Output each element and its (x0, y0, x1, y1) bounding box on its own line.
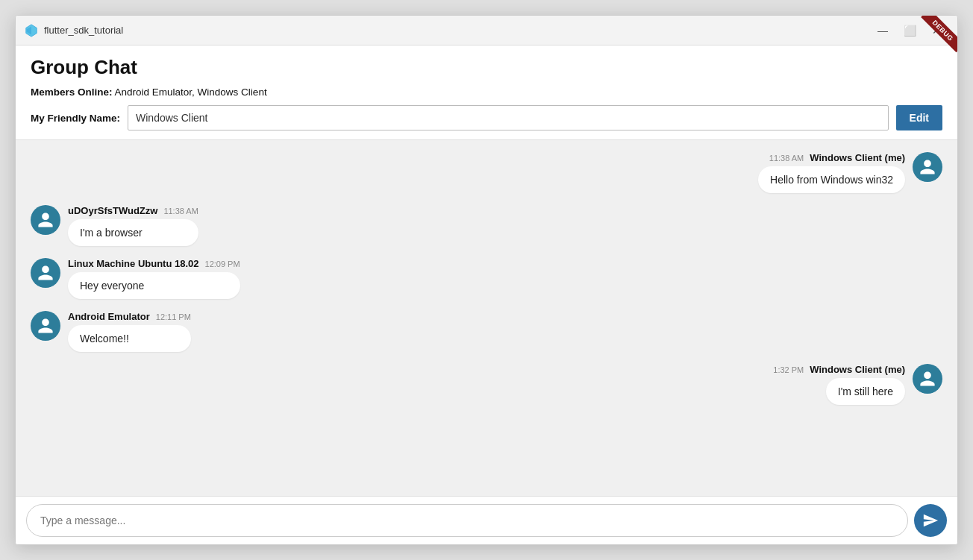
message-content: Windows Client (me)1:32 PMI'm still here (773, 364, 905, 405)
header: Group Chat Members Online: Android Emula… (16, 45, 957, 140)
message-row: Linux Machine Ubuntu 18.0212:09 PMHey ev… (31, 258, 942, 299)
message-bubble: Welcome!! (68, 325, 191, 352)
message-bubble: I'm still here (826, 378, 905, 405)
message-time: 11:38 AM (163, 207, 198, 215)
avatar (31, 205, 60, 235)
message-content: Windows Client (me)11:38 AMHello from Wi… (758, 152, 905, 193)
message-time: 11:38 AM (769, 154, 804, 163)
avatar (31, 258, 60, 288)
send-icon (922, 512, 939, 529)
message-time: 12:11 PM (156, 312, 191, 321)
avatar (913, 364, 942, 394)
message-time: 1:32 PM (773, 365, 804, 374)
message-row: Windows Client (me)1:32 PMI'm still here (31, 364, 942, 405)
message-bubble: Hey everyone (68, 272, 240, 299)
name-label: My Friendly Name: (31, 113, 120, 124)
message-bubble: Hello from Windows win32 (758, 166, 905, 193)
maximize-button[interactable]: ⬜ (898, 20, 922, 41)
edit-button[interactable]: Edit (896, 105, 942, 130)
sender-name: uDOyrSfsTWudZzw (68, 205, 157, 216)
chat-area: Windows Client (me)11:38 AMHello from Wi… (16, 140, 957, 496)
person-icon (37, 211, 54, 229)
send-button[interactable] (914, 504, 947, 537)
avatar (913, 152, 942, 182)
sender-name: Android Emulator (68, 311, 150, 322)
person-icon (919, 370, 936, 388)
title-bar: flutter_sdk_tutorial — ⬜ ✕ (16, 16, 957, 45)
message-content: Linux Machine Ubuntu 18.0212:09 PMHey ev… (68, 258, 240, 299)
members-list: Android Emulator, Windows Client (115, 86, 267, 98)
person-icon (37, 264, 54, 282)
window-title: flutter_sdk_tutorial (44, 25, 871, 36)
app-icon (25, 24, 38, 37)
message-meta: Windows Client (me)11:38 AM (769, 152, 905, 163)
message-bubble: I'm a browser (68, 219, 198, 246)
page-title: Group Chat (31, 56, 942, 79)
input-bar (16, 496, 957, 544)
members-line: Members Online: Android Emulator, Window… (31, 86, 942, 98)
message-time: 12:09 PM (205, 259, 240, 268)
person-icon (919, 158, 936, 176)
minimize-button[interactable]: — (871, 20, 895, 41)
sender-name: Linux Machine Ubuntu 18.02 (68, 258, 199, 269)
members-label: Members Online: (31, 86, 113, 98)
message-meta: Linux Machine Ubuntu 18.0212:09 PM (68, 258, 240, 269)
sender-name: Windows Client (me) (810, 364, 905, 375)
name-row: My Friendly Name: Edit (31, 105, 942, 130)
message-row: Windows Client (me)11:38 AMHello from Wi… (31, 152, 942, 193)
message-input[interactable] (26, 504, 908, 537)
friendly-name-input[interactable] (128, 105, 889, 130)
sender-name: Windows Client (me) (810, 152, 905, 163)
message-meta: uDOyrSfsTWudZzw11:38 AM (68, 205, 198, 216)
message-row: uDOyrSfsTWudZzw11:38 AMI'm a browser (31, 205, 942, 246)
window-controls: — ⬜ ✕ (871, 20, 948, 41)
message-row: Android Emulator12:11 PMWelcome!! (31, 311, 942, 352)
person-icon (37, 317, 54, 335)
avatar (31, 311, 60, 341)
close-button[interactable]: ✕ (924, 20, 948, 41)
message-content: uDOyrSfsTWudZzw11:38 AMI'm a browser (68, 205, 198, 246)
app-window: flutter_sdk_tutorial — ⬜ ✕ Group Chat Me… (15, 15, 958, 545)
message-meta: Android Emulator12:11 PM (68, 311, 191, 322)
message-meta: Windows Client (me)1:32 PM (773, 364, 905, 375)
message-content: Android Emulator12:11 PMWelcome!! (68, 311, 191, 352)
